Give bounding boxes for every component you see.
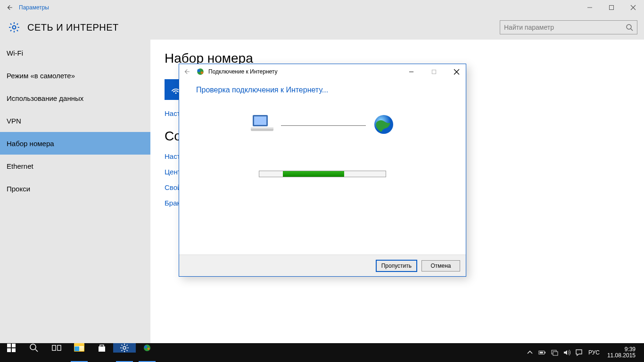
- sidebar-item-wifi[interactable]: Wi-Fi: [0, 41, 150, 64]
- dialog-footer: Пропустить Отмена: [179, 255, 466, 276]
- svg-rect-11: [251, 127, 273, 129]
- dialog-heading: Проверка подключения к Интернету...: [196, 86, 449, 94]
- svg-point-5: [197, 69, 200, 72]
- window-minimize[interactable]: [579, 0, 601, 15]
- sidebar-item-datausage[interactable]: Использование данных: [0, 87, 150, 109]
- gear-icon: [8, 21, 20, 33]
- file-explorer-task[interactable]: [68, 343, 91, 352]
- search-icon: [29, 343, 39, 353]
- dialog-minimize[interactable]: [402, 65, 421, 78]
- sidebar-item-dialup[interactable]: Набор номера: [0, 132, 150, 155]
- svg-point-22: [144, 346, 147, 348]
- svg-rect-25: [545, 352, 545, 354]
- svg-point-3: [175, 92, 176, 94]
- svg-point-6: [201, 72, 203, 74]
- store-icon: [97, 343, 107, 353]
- tray-date: 11.08.2015: [607, 353, 636, 359]
- svg-rect-7: [432, 70, 436, 74]
- wizard-task[interactable]: [136, 343, 158, 353]
- dialog-back-button[interactable]: [181, 66, 192, 77]
- dialog-maximize: [424, 65, 443, 78]
- search-box[interactable]: [500, 20, 637, 34]
- sidebar-item-vpn[interactable]: VPN: [0, 109, 150, 132]
- svg-rect-19: [58, 346, 61, 351]
- dialog-caption: Подключение к Интернету: [208, 68, 278, 75]
- wizard-globe-icon: [196, 67, 205, 76]
- connection-visual: [196, 113, 449, 138]
- back-button[interactable]: [0, 0, 19, 15]
- svg-point-1: [13, 26, 16, 29]
- gear-icon-wrap: [7, 20, 22, 35]
- section-title: СЕТЬ И ИНТЕРНЕТ: [27, 22, 119, 33]
- search-icon: [626, 24, 633, 31]
- globe-icon: [372, 113, 395, 138]
- computer-icon: [250, 113, 274, 138]
- svg-rect-9: [254, 116, 266, 125]
- sidebar: Wi-Fi Режим «в самолете» Использование д…: [0, 40, 150, 343]
- svg-point-2: [627, 25, 631, 29]
- tray-language[interactable]: РУС: [586, 349, 603, 356]
- svg-rect-13: [7, 344, 11, 347]
- svg-rect-14: [12, 344, 16, 347]
- progress-chunk: [283, 171, 344, 177]
- dialog-close[interactable]: [447, 65, 466, 78]
- window-close[interactable]: [622, 0, 644, 15]
- start-button[interactable]: [0, 343, 23, 353]
- tray-action-center-icon[interactable]: [573, 343, 585, 362]
- task-view-icon: [52, 343, 61, 353]
- titlebar: Параметры: [0, 0, 644, 15]
- close-icon: [630, 5, 636, 10]
- window-maximize[interactable]: [601, 0, 622, 15]
- progress-bar: [259, 171, 386, 177]
- gear-icon: [120, 343, 129, 353]
- wizard-globe-icon: [142, 343, 152, 353]
- skip-button[interactable]: Пропустить: [376, 260, 417, 272]
- sidebar-item-airplane[interactable]: Режим «в самолете»: [0, 64, 150, 87]
- taskbar: РУС 9:39 11.08.2015: [0, 343, 644, 362]
- file-explorer-icon: [74, 343, 84, 352]
- svg-rect-15: [7, 348, 11, 352]
- tray-volume-icon[interactable]: [561, 343, 572, 362]
- app-title: Параметры: [19, 4, 49, 11]
- tray-network-icon[interactable]: [549, 343, 560, 362]
- maximize-icon: [609, 5, 614, 10]
- svg-point-23: [148, 348, 150, 350]
- back-arrow-icon: [6, 4, 13, 11]
- windows-logo-icon: [7, 343, 16, 353]
- system-tray: РУС 9:39 11.08.2015: [524, 343, 644, 362]
- back-arrow-icon: [183, 68, 190, 75]
- task-view-button[interactable]: [45, 343, 68, 353]
- svg-rect-16: [12, 348, 16, 352]
- settings-task[interactable]: [113, 343, 136, 353]
- dialog-titlebar: Подключение к Интернету: [179, 64, 466, 79]
- tray-overflow[interactable]: [524, 343, 536, 362]
- svg-rect-28: [553, 352, 558, 355]
- header-row: СЕТЬ И ИНТЕРНЕТ: [0, 15, 644, 40]
- sidebar-item-proxy[interactable]: Прокси: [0, 177, 150, 200]
- tray-battery-icon[interactable]: [537, 343, 548, 362]
- svg-rect-18: [52, 346, 56, 351]
- svg-point-20: [123, 346, 126, 349]
- dialog-body: Проверка подключения к Интернету...: [179, 79, 466, 255]
- search-task-button[interactable]: [23, 343, 45, 353]
- sidebar-item-ethernet[interactable]: Ethernet: [0, 155, 150, 177]
- svg-rect-0: [610, 6, 614, 10]
- internet-connection-wizard: Подключение к Интернету Проверка подключ…: [179, 64, 466, 277]
- cancel-button[interactable]: Отмена: [421, 260, 460, 272]
- minimize-icon: [587, 5, 593, 10]
- connection-line: [281, 125, 366, 126]
- store-task[interactable]: [91, 343, 113, 353]
- search-input[interactable]: [504, 24, 626, 31]
- svg-rect-26: [540, 352, 543, 354]
- tray-clock[interactable]: 9:39 11.08.2015: [603, 346, 639, 359]
- svg-point-17: [30, 344, 36, 350]
